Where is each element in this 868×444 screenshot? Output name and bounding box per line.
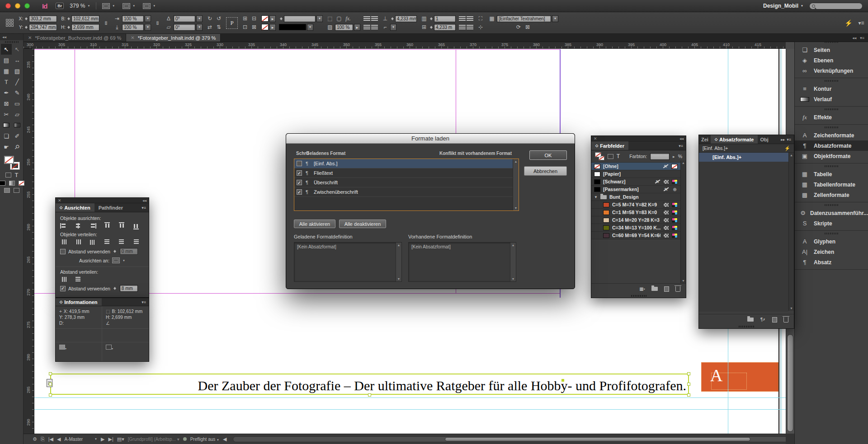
spacing-field[interactable]: 0 mm [120,248,138,255]
search-input[interactable] [809,3,863,9]
gutter-field[interactable]: 4,233 m [434,24,456,31]
type-tool-button[interactable]: T [1,76,12,87]
panel-menu-icon[interactable]: ▾≡ [142,203,149,212]
content-collector-tool-button[interactable]: ▦ [1,65,12,76]
baseline-offset-field[interactable]: 4,233 mm [395,15,417,22]
autofit-icon[interactable]: ⊹ [476,23,485,31]
dock-item-zeichen[interactable]: A|Zeichen [795,247,868,257]
folder-expand-icon[interactable]: ▼ [594,195,598,199]
uncheck-all-button[interactable]: Alle deaktivieren [339,220,386,228]
control-panel-menu-icon[interactable]: ▾≡ [857,19,865,27]
height-field[interactable]: 2,699 mm [71,24,99,31]
tab-overflow-icon[interactable]: ▸▸ [781,137,785,142]
frame-handle[interactable] [687,383,690,386]
dock-item-zeichenformate[interactable]: AZeichenformate [795,130,868,140]
delete-style-icon[interactable] [783,317,788,322]
shear-field[interactable]: 0° [174,24,195,31]
dock-item-absatzformate[interactable]: ¶Absatzformate [795,140,868,151]
fitting-dropdown[interactable]: ▼ [390,24,396,31]
rotation-dropdown[interactable]: ▼ [196,15,203,22]
screen-mode-preview-icon[interactable] [14,188,19,193]
align-center-v-icon[interactable] [119,222,124,229]
stroke-type-swatch[interactable] [279,24,306,30]
update-link-icon[interactable]: ⟳ [514,23,523,31]
clear-overrides-icon[interactable]: ¶✗ [760,317,766,322]
first-page-icon[interactable]: |◀ [48,436,53,442]
style-checkbox[interactable]: ✓ [297,170,302,176]
horizontal-scrollbar[interactable] [233,436,790,442]
preflight-menu[interactable]: Preflight aus ▼ [190,437,219,442]
frame-tool-button[interactable]: ⊠ [1,98,12,109]
object-style-field[interactable]: [Einfacher Textrahmen] [497,15,551,22]
definition-scrollbar[interactable]: ▲▼ [510,243,516,281]
page-info-icon[interactable]: ▤▾ [117,436,124,442]
dialog-style-row[interactable]: ✓¶Zwischenüberschrift [294,187,519,197]
align-left-icon[interactable] [60,223,67,229]
tab-zeichenformate[interactable]: Zei [699,135,711,144]
dialog-style-row[interactable]: ✓¶Überschrift [294,178,519,187]
columns-stepper[interactable] [429,15,433,22]
dock-item-tabelle[interactable]: ▦Tabelle [795,169,868,179]
gutter-stepper[interactable] [429,24,433,30]
x-stepper[interactable] [24,15,28,22]
scale-y-dropdown[interactable]: ▼ [145,24,151,31]
swatch-row[interactable]: [Schwarz]✎ [591,178,680,186]
pen-tool-button[interactable]: ✒ [1,87,12,98]
gradient-tool-button[interactable] [1,120,12,131]
clear-overrides-icon[interactable]: ⊠ [524,23,532,31]
style-checkbox[interactable]: ✓ [297,180,302,185]
cancel-button[interactable]: Abbrechen [524,166,567,176]
previous-page-icon[interactable]: ◀ [57,436,61,442]
frame-handle[interactable] [49,393,52,397]
use-spacing-checkbox[interactable] [60,249,66,254]
orange-letter-frame[interactable]: A [701,362,778,392]
dock-item-effekte[interactable]: fxEffekte [795,112,868,122]
justify-text-icon[interactable] [467,25,473,30]
next-page-icon[interactable]: ▶ [101,436,104,442]
select-previous-object-icon[interactable]: ⊞ [241,15,249,22]
horizontal-ruler[interactable]: 3003053103153203253303353403453503553603… [24,42,786,49]
definition-scrollbar[interactable]: ▲▼ [396,243,401,281]
content-placer-tool-button[interactable]: ▧ [12,65,23,76]
frame-handle[interactable] [49,383,52,386]
constrain-scale-icon[interactable]: ∞ [154,15,161,31]
dock-item-glyphen[interactable]: AGlyphen [795,236,868,247]
arrange-documents-dropdown[interactable]: ▼ [141,2,157,10]
tab-farbfelder[interactable]: ◇Farbfelder [591,141,628,150]
hand-tool-button[interactable]: ☛ [1,141,12,152]
direct-selection-tool-button[interactable]: ↖ [12,44,23,55]
fill-dropdown[interactable]: ▶ [269,15,276,22]
align-top-text-icon[interactable] [459,16,466,21]
stroke-weight-dropdown[interactable]: ▼ [316,15,323,22]
panel-menu-icon[interactable]: ▾≡ [679,141,686,150]
collapse-tools-icon[interactable]: ◂◂ [0,34,23,40]
export-icon[interactable]: ⎘ [41,436,45,442]
tint-dropdown[interactable]: ▶ [673,155,675,158]
dock-group-grip[interactable] [795,231,868,236]
swatch-row[interactable]: [Passermarken]✎⊕ [591,186,680,193]
corner-options-icon[interactable]: ⬚ [326,15,334,22]
quick-apply-icon[interactable]: ⚡ [844,19,853,27]
align-to-dropdown[interactable]: ▼ [123,259,125,262]
textwrap-jump-icon[interactable] [371,25,378,30]
panel-resize-grip[interactable] [591,294,686,298]
stroke-weight-field[interactable] [284,15,316,22]
page-tool-button[interactable]: ▤ [1,55,12,65]
swatch-row[interactable]: C=5 M=74 Y=82 K=9 [591,201,680,209]
spacing2-stepper[interactable] [113,285,117,292]
new-style-group-icon[interactable] [747,318,754,322]
width-field[interactable]: 102,612 mm [71,15,99,22]
distribute-vspace-icon[interactable] [61,276,66,283]
info-stroke-icon[interactable] [106,345,112,350]
dock-group-grip[interactable] [795,125,868,130]
apply-color-icon[interactable] [0,181,5,186]
selection-tool-button[interactable]: ↖ [1,44,12,55]
swatch-row[interactable]: C=60 M=69 Y=54 K=60 [591,232,680,239]
distribute-center-h-icon[interactable] [118,239,125,245]
gradient-feather-tool-button[interactable] [12,120,23,131]
distribute-right-icon[interactable] [132,239,140,245]
text-toggle-icon[interactable]: T [617,153,620,159]
spacing2-field[interactable]: 8 mm [120,285,138,292]
view-options-dropdown[interactable]: ▼ [100,2,117,10]
y-stepper[interactable] [24,24,28,30]
